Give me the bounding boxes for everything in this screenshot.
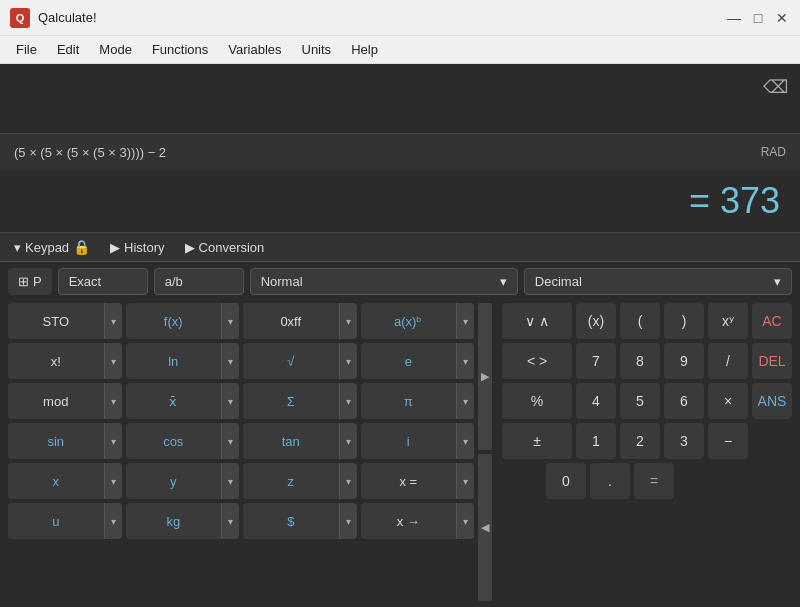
mod-arrow[interactable]: ▾: [104, 383, 122, 419]
maximize-button[interactable]: □: [750, 10, 766, 26]
mod-btn[interactable]: mod ▾: [8, 383, 122, 419]
pow-btn[interactable]: xʸ: [708, 303, 748, 339]
keypad-toggle[interactable]: ▾ Keypad 🔒: [14, 239, 90, 255]
axb-arrow[interactable]: ▾: [456, 303, 474, 339]
menu-file[interactable]: File: [8, 39, 45, 60]
expand-left-arrow[interactable]: ◀: [478, 454, 492, 601]
e-arrow[interactable]: ▾: [456, 343, 474, 379]
rparen-btn[interactable]: ): [664, 303, 704, 339]
fx-arrow[interactable]: ▾: [221, 303, 239, 339]
lparen-btn[interactable]: (: [620, 303, 660, 339]
e-btn[interactable]: e ▾: [361, 343, 475, 379]
y-btn[interactable]: y ▾: [126, 463, 240, 499]
minimize-button[interactable]: —: [726, 10, 742, 26]
sqrt-btn[interactable]: √ ▾: [243, 343, 357, 379]
tan-arrow[interactable]: ▾: [339, 423, 357, 459]
dollar-arrow[interactable]: ▾: [339, 503, 357, 539]
x-btn[interactable]: x ▾: [8, 463, 122, 499]
div-btn[interactable]: /: [708, 343, 748, 379]
y-arrow[interactable]: ▾: [221, 463, 239, 499]
sigma-btn[interactable]: Σ ▾: [243, 383, 357, 419]
pct-btn[interactable]: %: [502, 383, 572, 419]
xarr-arrow[interactable]: ▾: [456, 503, 474, 539]
expand-right-arrow[interactable]: ▶: [478, 303, 492, 450]
i-btn[interactable]: i ▾: [361, 423, 475, 459]
fx-main[interactable]: f(x): [126, 303, 222, 339]
n9-btn[interactable]: 9: [664, 343, 704, 379]
i-main[interactable]: i: [361, 423, 457, 459]
menu-mode[interactable]: Mode: [91, 39, 140, 60]
xarr-main[interactable]: x →: [361, 503, 457, 539]
fact-btn[interactable]: x! ▾: [8, 343, 122, 379]
ln-arrow[interactable]: ▾: [221, 343, 239, 379]
sin-btn[interactable]: sin ▾: [8, 423, 122, 459]
menu-variables[interactable]: Variables: [220, 39, 289, 60]
sin-main[interactable]: sin: [8, 423, 104, 459]
tan-btn[interactable]: tan ▾: [243, 423, 357, 459]
dollar-main[interactable]: $: [243, 503, 339, 539]
menu-functions[interactable]: Functions: [144, 39, 216, 60]
lt-gt-btn[interactable]: < >: [502, 343, 572, 379]
n0-btn[interactable]: 0: [546, 463, 586, 499]
hex-arrow[interactable]: ▾: [339, 303, 357, 339]
exact-dropdown[interactable]: Exact: [58, 268, 148, 295]
cos-main[interactable]: cos: [126, 423, 222, 459]
decimal-dropdown[interactable]: Decimal ▾: [524, 268, 792, 295]
z-main[interactable]: z: [243, 463, 339, 499]
sto-btn[interactable]: STO ▾: [8, 303, 122, 339]
u-arrow[interactable]: ▾: [104, 503, 122, 539]
sqrt-arrow[interactable]: ▾: [339, 343, 357, 379]
sto-arrow[interactable]: ▾: [104, 303, 122, 339]
x-main[interactable]: x: [8, 463, 104, 499]
z-btn[interactable]: z ▾: [243, 463, 357, 499]
pi-arrow[interactable]: ▾: [456, 383, 474, 419]
dot-btn[interactable]: .: [590, 463, 630, 499]
ac-btn[interactable]: AC: [752, 303, 792, 339]
paren-x-btn[interactable]: (x): [576, 303, 616, 339]
menu-help[interactable]: Help: [343, 39, 386, 60]
kg-main[interactable]: kg: [126, 503, 222, 539]
backspace-button[interactable]: ⌫: [763, 76, 788, 98]
n6-btn[interactable]: 6: [664, 383, 704, 419]
i-arrow[interactable]: ▾: [456, 423, 474, 459]
fact-main[interactable]: x!: [8, 343, 104, 379]
close-button[interactable]: ✕: [774, 10, 790, 26]
grid-button[interactable]: ⊞ P: [8, 268, 52, 295]
xeq-main[interactable]: x =: [361, 463, 457, 499]
sqrt-main[interactable]: √: [243, 343, 339, 379]
tan-main[interactable]: tan: [243, 423, 339, 459]
ln-btn[interactable]: ln ▾: [126, 343, 240, 379]
axb-main[interactable]: a(x)ᵇ: [361, 303, 457, 339]
xbar-main[interactable]: x̄: [126, 383, 222, 419]
cos-btn[interactable]: cos ▾: [126, 423, 240, 459]
conversion-toggle[interactable]: ▶ Conversion: [185, 240, 265, 255]
hex-main[interactable]: 0xff: [243, 303, 339, 339]
e-main[interactable]: e: [361, 343, 457, 379]
sigma-main[interactable]: Σ: [243, 383, 339, 419]
x-arrow[interactable]: ▾: [104, 463, 122, 499]
kg-arrow[interactable]: ▾: [221, 503, 239, 539]
xarr-btn[interactable]: x → ▾: [361, 503, 475, 539]
z-arrow[interactable]: ▾: [339, 463, 357, 499]
mul-btn[interactable]: ×: [708, 383, 748, 419]
updown-btn[interactable]: ∨ ∧: [502, 303, 572, 339]
cos-arrow[interactable]: ▾: [221, 423, 239, 459]
normal-dropdown[interactable]: Normal ▾: [250, 268, 518, 295]
n5-btn[interactable]: 5: [620, 383, 660, 419]
sto-main[interactable]: STO: [8, 303, 104, 339]
sin-arrow[interactable]: ▾: [104, 423, 122, 459]
n7-btn[interactable]: 7: [576, 343, 616, 379]
mod-main[interactable]: mod: [8, 383, 104, 419]
axb-btn[interactable]: a(x)ᵇ ▾: [361, 303, 475, 339]
xbar-arrow[interactable]: ▾: [221, 383, 239, 419]
xeq-btn[interactable]: x = ▾: [361, 463, 475, 499]
n2-btn[interactable]: 2: [620, 423, 660, 459]
fx-btn[interactable]: f(x) ▾: [126, 303, 240, 339]
history-toggle[interactable]: ▶ History: [110, 240, 164, 255]
del-btn[interactable]: DEL: [752, 343, 792, 379]
menu-edit[interactable]: Edit: [49, 39, 87, 60]
n8-btn[interactable]: 8: [620, 343, 660, 379]
expression-input[interactable]: 5×5 (5×3) − 2: [14, 74, 756, 95]
dollar-btn[interactable]: $ ▾: [243, 503, 357, 539]
u-main[interactable]: u: [8, 503, 104, 539]
